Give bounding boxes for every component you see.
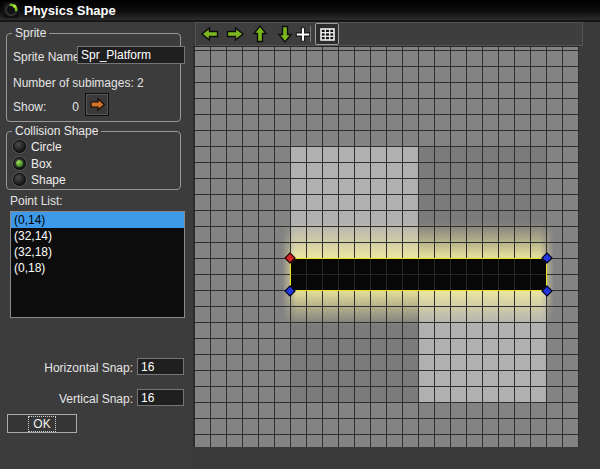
properties-panel: Sprite Sprite Name: Number of subimages:… [0,22,193,469]
app-logo-icon [3,2,19,18]
radio-box-icon [13,157,26,170]
pan-down-button[interactable] [274,24,296,44]
arrow-left-icon [199,25,221,43]
sprite-name-input[interactable] [77,46,185,64]
sprite-name-label: Sprite Name: [13,50,83,64]
arrow-up-icon [251,23,269,45]
window-title: Physics Shape [24,3,116,18]
ok-button[interactable]: OK [7,414,77,433]
show-label: Show: [13,100,46,114]
show-next-subimage-button[interactable] [85,93,109,116]
radio-shape[interactable]: Shape [13,172,66,187]
toolbar-separator [310,26,311,42]
vertical-snap-input[interactable] [137,389,184,406]
vertical-snap-label: Vertical Snap: [8,392,133,406]
window-titlebar: Physics Shape [0,0,600,20]
collision-box-shape[interactable] [290,258,547,291]
sprite-group-label: Sprite [12,26,49,40]
pan-right-button[interactable] [224,24,246,44]
orange-right-arrow-icon [89,97,106,112]
subimages-value: 2 [137,76,144,90]
collision-shape-groupbox: Collision Shape Circle Box Shape [6,131,181,190]
canvas-grid [194,47,579,447]
horizontal-snap-label: Horizontal Snap: [8,361,133,375]
sprite-groupbox: Sprite Sprite Name: Number of subimages:… [6,33,181,122]
sprite-edit-canvas[interactable] [193,46,579,447]
point-list-label: Point List: [10,194,63,208]
point-list-item[interactable]: (32,14) [11,228,184,244]
point-list-item[interactable]: (0,14) [11,212,184,228]
arrow-down-icon [276,23,294,45]
subimages-label: Number of subimages: 2 [13,76,144,90]
point-list-item[interactable]: (32,18) [11,244,184,260]
radio-circle-icon [13,140,26,153]
collision-shape-group-label: Collision Shape [12,124,101,138]
ok-button-label: OK [29,417,54,431]
toggle-grid-button[interactable] [315,23,339,45]
point-list[interactable]: (0,14) (32,14) (32,18) (0,18) [10,211,185,318]
radio-box[interactable]: Box [13,156,52,171]
arrow-right-icon [224,25,246,43]
show-value: 0 [55,100,79,114]
horizontal-snap-input[interactable] [137,358,184,375]
radio-shape-icon [13,173,26,186]
radio-circle[interactable]: Circle [13,139,62,154]
pan-left-button[interactable] [199,24,221,44]
pan-up-button[interactable] [249,24,271,44]
canvas-toolbar [195,22,583,46]
grid-icon [320,28,335,41]
point-list-item[interactable]: (0,18) [11,260,184,276]
